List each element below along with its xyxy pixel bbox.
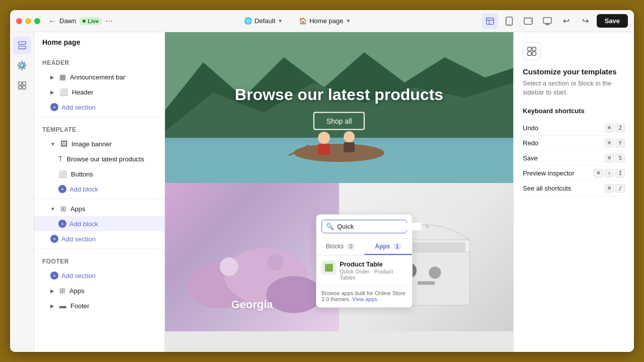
sidebar-item-footer-apps[interactable]: ▶ ⊞ Apps (34, 283, 165, 298)
add-section-2[interactable]: + Add section (34, 231, 165, 246)
desktop-preview-btn[interactable] (539, 13, 555, 29)
hero-text-overlay: Browse our latest products Shop all (235, 85, 443, 130)
add-section-3-label: Add section (61, 272, 96, 280)
theme-label: Default (255, 17, 275, 25)
sidebar-item-header[interactable]: ▶ ⬜ Header (34, 84, 165, 100)
tab-blocks-count: 0 (347, 243, 355, 250)
key-cmd: ⌘ (594, 169, 603, 177)
shortcut-undo: Undo ⌘ Z (523, 121, 625, 136)
app-window: ← Dawn Live ··· 🌐 Default ▼ 🏠 Home page … (10, 10, 634, 352)
add-section-3[interactable]: + Add section (34, 268, 165, 283)
header-label: Header (72, 88, 94, 96)
shortcut-undo-label: Undo (523, 124, 538, 132)
svg-rect-40 (528, 52, 531, 55)
page-chevron-icon: ▼ (346, 18, 351, 24)
apps-icon[interactable] (13, 76, 31, 95)
shortcut-preview-inspector: Preview inspector ⌘ ⇧ I (523, 166, 625, 181)
svg-point-22 (318, 132, 330, 144)
footer-icon: ▬ (59, 302, 66, 310)
theme-selector[interactable]: 🌐 Default ▼ (240, 15, 287, 27)
live-label: Live (88, 18, 99, 24)
tab-apps-label: Apps (375, 243, 390, 250)
theme-editor-icon-btn[interactable] (482, 13, 498, 29)
live-dot (83, 20, 86, 23)
result-icon: 🟩 (321, 260, 336, 275)
hero-section: Browse our latest products Shop all (165, 32, 513, 183)
view-apps-link[interactable]: View apps (352, 296, 378, 302)
add-section-1[interactable]: + Add section (34, 100, 165, 115)
redo-btn[interactable]: ↪ (578, 13, 594, 29)
main-layout: ⚙️ Home page Header ▶ ▦ Announcement bar (10, 32, 634, 352)
svg-point-6 (531, 21, 532, 22)
shortcut-undo-keys: ⌘ Z (605, 124, 625, 132)
window-controls (16, 18, 40, 24)
plus-icon: + (50, 272, 58, 280)
search-box: 🔍 ✕ (316, 215, 412, 239)
tab-apps[interactable]: Apps 1 (364, 239, 412, 255)
template-label: Template (34, 119, 165, 136)
svg-rect-15 (18, 86, 21, 89)
sidebar-item-footer[interactable]: ▶ ▬ Footer (34, 298, 165, 313)
svg-point-4 (509, 24, 510, 25)
page-selector[interactable]: 🏠 Home page ▼ (295, 15, 355, 27)
add-section-2-label: Add section (61, 235, 96, 243)
result-text: Product Table Quick Order · Product Tabl… (340, 260, 407, 281)
chevron-icon: ▶ (50, 89, 54, 95)
close-button[interactable] (16, 18, 22, 24)
product-image-left: Georgia (165, 183, 339, 331)
tablet-preview-btn[interactable] (520, 13, 536, 29)
shortcut-save-keys: ⌘ S (605, 154, 625, 162)
sidebar-item-announcement-bar[interactable]: ▶ ▦ Announcement bar (34, 69, 165, 84)
add-block-1[interactable]: + Add block (34, 182, 165, 197)
sidebar-item-image-banner[interactable]: ▼ 🖼 Image banner (34, 136, 165, 151)
page-title: Home page (34, 32, 165, 52)
clear-icon[interactable]: ✕ (425, 223, 430, 230)
footer-apps-icon: ⊞ (59, 287, 65, 295)
minimize-button[interactable] (25, 18, 31, 24)
svg-rect-16 (22, 86, 25, 89)
search-dropdown[interactable]: 🔍 ✕ Blocks 0 Apps 1 (316, 214, 413, 308)
back-icon[interactable]: ← (48, 17, 56, 26)
shortcut-save-label: Save (523, 154, 538, 162)
sections-icon[interactable] (13, 36, 31, 54)
tabs-row: Blocks 0 Apps 1 (316, 239, 412, 255)
chevron-icon: ▶ (50, 74, 54, 80)
save-button[interactable]: Save (597, 14, 628, 28)
key-s: S (615, 154, 625, 162)
search-icon: 🔍 (326, 223, 334, 230)
theme-chevron-icon: ▼ (278, 18, 283, 24)
sidebar-item-apps[interactable]: ▼ ⊞ Apps (34, 201, 165, 216)
announcement-icon: ▦ (59, 73, 66, 81)
more-button[interactable]: ··· (105, 16, 113, 26)
svg-rect-11 (18, 42, 25, 44)
svg-point-29 (266, 276, 322, 313)
shop-all-button[interactable]: Shop all (313, 112, 365, 130)
svg-rect-23 (318, 144, 330, 155)
shortcut-redo-label: Redo (523, 139, 538, 147)
mobile-preview-btn[interactable] (501, 13, 517, 29)
canvas-area: Browse our latest products Shop all (165, 32, 513, 352)
svg-rect-41 (532, 52, 536, 55)
result-item-product-table[interactable]: 🟩 Product Table Quick Order · Product Ta… (316, 255, 412, 286)
see-all-label: See all shortcuts (523, 185, 571, 192)
text-icon: T (58, 155, 63, 163)
browse-label: Browse our latest products (67, 155, 144, 163)
undo-btn[interactable]: ↩ (558, 13, 575, 29)
template-group: Template ▼ 🖼 Image banner T Browse our l… (34, 117, 165, 197)
search-input[interactable] (337, 223, 422, 230)
sidebar-item-browse-text[interactable]: T Browse our latest products (34, 151, 165, 166)
chevron-icon: ▶ (50, 288, 54, 294)
key-y: Y (615, 139, 625, 147)
chevron-icon: ▶ (50, 303, 54, 309)
tab-blocks[interactable]: Blocks 0 (316, 239, 364, 255)
shortcut-redo: Redo ⌘ Y (523, 136, 625, 151)
settings-icon[interactable]: ⚙️ (13, 56, 31, 74)
panel-subtitle: Select a section or block in the sidebar… (523, 79, 625, 97)
product-card-left[interactable]: Georgia (165, 183, 339, 331)
shortcut-save: Save ⌘ S (523, 151, 625, 166)
maximize-button[interactable] (34, 18, 40, 24)
add-block-2-label: Add block (69, 220, 98, 228)
image-banner-icon: 🖼 (60, 140, 67, 148)
add-block-2[interactable]: + Add block (34, 216, 165, 231)
sidebar-item-buttons[interactable]: ⬜ Buttons (34, 166, 165, 182)
